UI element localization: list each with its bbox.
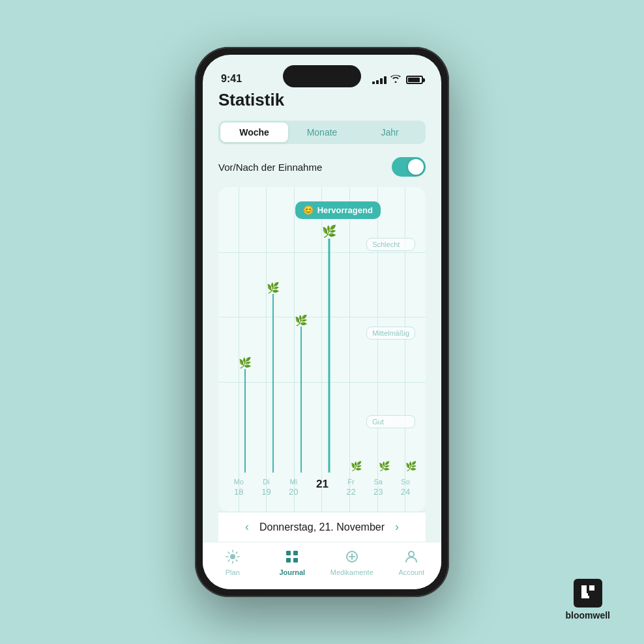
leaf-di: 🌿 <box>267 282 280 294</box>
leaf-so: 🌿 <box>405 461 417 471</box>
x-axis: Mo 18 Di 19 Mi 20 21 Fr <box>218 473 426 512</box>
bloomwell-logo: bloomwell <box>566 579 610 621</box>
tooltip-text: Hervorragend <box>317 205 373 215</box>
account-icon <box>402 548 420 566</box>
battery-icon <box>406 76 423 84</box>
tab-jahr[interactable]: Jahr <box>356 123 424 142</box>
x-day-mi: Mi 20 <box>289 478 298 497</box>
journal-icon <box>283 548 301 566</box>
svg-rect-1 <box>286 551 291 555</box>
tab-plan-label: Plan <box>226 568 240 576</box>
period-segment: Woche Monate Jahr <box>218 121 426 144</box>
x-day-mo: Mo 18 <box>234 478 244 497</box>
x-day-so: So 24 <box>401 478 410 497</box>
date-nav: ‹ Donnerstag, 21. November › <box>218 512 426 542</box>
tab-journal-label: Journal <box>279 568 305 576</box>
medikamente-icon <box>343 548 361 566</box>
status-icons <box>372 75 423 85</box>
tab-account-label: Account <box>398 568 424 576</box>
svg-rect-3 <box>286 558 291 563</box>
signal-icon <box>372 76 387 84</box>
leaf-sa: 🌿 <box>379 461 390 471</box>
leaf-mo: 🌿 <box>239 357 252 369</box>
date-prev-button[interactable]: ‹ <box>245 520 249 534</box>
x-day-di: Di 19 <box>261 478 271 497</box>
x-day-do: 21 <box>316 478 329 491</box>
bar-di <box>272 294 274 473</box>
phone-wrapper: 9:41 <box>195 47 449 597</box>
content-area: Statistik Woche Monate Jahr Vor/Nach der… <box>203 90 441 542</box>
y-label-gut: Gut <box>366 415 415 428</box>
date-nav-text: Donnerstag, 21. November <box>259 521 385 533</box>
tab-account[interactable]: Account <box>382 548 442 576</box>
y-label-schlecht: Schlecht <box>366 238 415 251</box>
tab-woche[interactable]: Woche <box>220 123 288 142</box>
phone-screen: 9:41 <box>203 55 441 589</box>
bottom-tab-bar: Plan Journal <box>203 542 441 589</box>
x-day-fr: Fr 22 <box>346 478 355 497</box>
toggle-label: Vor/Nach der Einnahme <box>218 162 322 173</box>
bloomwell-icon <box>574 579 602 607</box>
bar-mi <box>300 327 302 473</box>
page-title: Statistik <box>218 90 426 110</box>
tab-medikamente[interactable]: Medikamente <box>322 548 382 576</box>
chart-tooltip: 😊 Hervorragend <box>295 201 381 219</box>
y-label-mittelmaessig: Mittelmäßig <box>366 327 415 340</box>
leaf-fr: 🌿 <box>351 461 362 471</box>
leaf-mi: 🌿 <box>295 314 308 327</box>
bloomwell-text: bloomwell <box>566 610 610 621</box>
status-time: 9:41 <box>221 73 242 85</box>
svg-rect-4 <box>293 558 298 563</box>
bar-do <box>329 239 330 473</box>
svg-point-8 <box>409 551 414 557</box>
svg-point-0 <box>230 554 235 559</box>
tab-medikamente-label: Medikamente <box>330 568 373 576</box>
bar-mo <box>244 369 246 473</box>
toggle-row: Vor/Nach der Einnahme <box>218 157 426 177</box>
toggle-switch[interactable] <box>392 157 426 177</box>
y-axis-labels: Schlecht Mittelmäßig Gut <box>366 187 415 479</box>
svg-rect-2 <box>293 551 298 555</box>
x-day-sa: Sa 23 <box>373 478 383 497</box>
wifi-icon <box>390 75 401 85</box>
plan-icon <box>224 548 242 566</box>
tab-journal[interactable]: Journal <box>263 548 323 576</box>
leaf-do: 🌿 <box>322 224 336 239</box>
tab-plan[interactable]: Plan <box>203 548 263 576</box>
dynamic-island <box>283 65 361 87</box>
date-next-button[interactable]: › <box>395 520 399 534</box>
tooltip-emoji: 😊 <box>303 205 314 215</box>
tab-monate[interactable]: Monate <box>288 123 356 142</box>
chart-container: Schlecht Mittelmäßig Gut 🌿 🌿 🌿 🌿 <box>218 187 426 512</box>
